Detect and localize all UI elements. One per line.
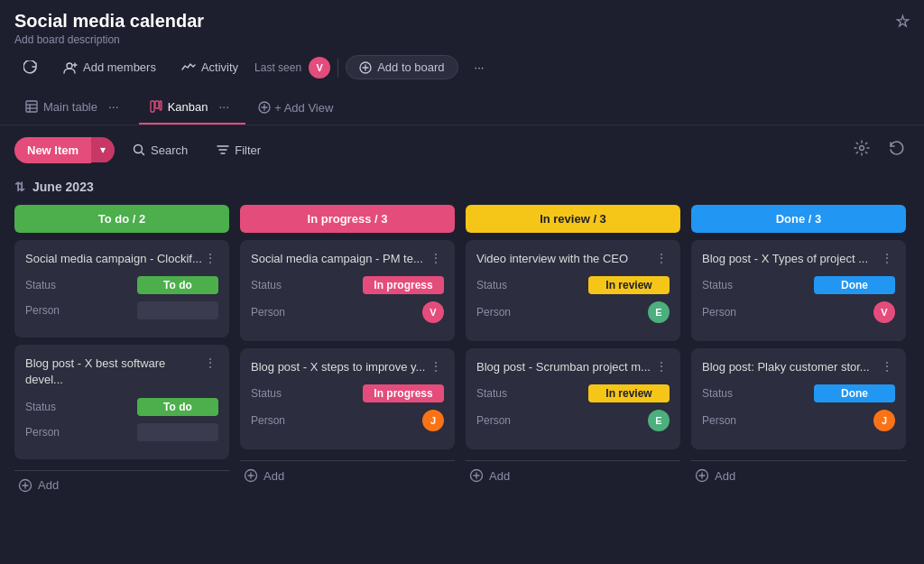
person-avatar: J bbox=[422, 410, 444, 431]
card-title: Blog post: Plaky customer stor... bbox=[702, 359, 879, 375]
status-label: Status bbox=[25, 401, 56, 413]
person-label: Person bbox=[25, 304, 60, 317]
card-title-row: Social media campaign - Clockif... ⋮ bbox=[25, 251, 218, 267]
search-icon bbox=[133, 143, 145, 156]
status-label: Status bbox=[251, 387, 282, 400]
page-title: Social media calendar bbox=[14, 11, 204, 32]
status-badge: Done bbox=[814, 276, 895, 294]
add-button-inprogress[interactable]: Add bbox=[240, 460, 455, 490]
add-view-icon bbox=[258, 101, 271, 114]
status-badge: In progress bbox=[363, 276, 444, 294]
card-person-field: Person bbox=[25, 301, 218, 319]
add-label: Add bbox=[38, 478, 59, 492]
status-label: Status bbox=[702, 279, 733, 291]
card-status-field: Status In progress bbox=[251, 276, 444, 294]
board-description[interactable]: Add board description bbox=[14, 33, 910, 46]
more-options-button[interactable]: ··· bbox=[466, 56, 494, 79]
status-badge: In review bbox=[588, 276, 670, 294]
add-members-button[interactable]: Add members bbox=[54, 56, 165, 79]
svg-point-11 bbox=[860, 146, 864, 151]
search-button[interactable]: Search bbox=[122, 138, 199, 162]
card-menu-button[interactable]: ⋮ bbox=[428, 251, 444, 265]
column-inreview: In review / 3 Video interview with the C… bbox=[466, 205, 680, 564]
card-menu-button[interactable]: ⋮ bbox=[879, 251, 895, 265]
filter-label: Filter bbox=[235, 143, 261, 157]
filter-icon bbox=[217, 143, 229, 156]
card-menu-button[interactable]: ⋮ bbox=[202, 251, 218, 265]
status-label: Status bbox=[25, 279, 56, 291]
settings-button[interactable] bbox=[848, 134, 875, 165]
star-icon[interactable]: ☆ bbox=[895, 12, 910, 32]
person-label: Person bbox=[25, 426, 60, 439]
svg-rect-8 bbox=[160, 101, 162, 110]
activity-icon bbox=[181, 60, 196, 75]
main-table-more-button[interactable]: ··· bbox=[103, 96, 125, 117]
kanban-card: Blog post - X Types of project ... ⋮ Sta… bbox=[691, 240, 906, 341]
add-button-inreview[interactable]: Add bbox=[466, 460, 680, 490]
card-title: Blog post - X steps to improve y... bbox=[251, 359, 428, 375]
tab-kanban[interactable]: Kanban ··· bbox=[139, 90, 246, 125]
kanban-card: Blog post - Scrumban project m... ⋮ Stat… bbox=[466, 348, 680, 449]
new-item-main-button[interactable]: New Item bbox=[14, 137, 91, 163]
more-dots-icon: ··· bbox=[475, 60, 485, 74]
kanban-card: Video interview with the CEO ⋮ Status In… bbox=[466, 240, 680, 341]
card-status-field: Status In progress bbox=[251, 384, 444, 402]
card-menu-button[interactable]: ⋮ bbox=[879, 359, 895, 374]
column-done: Done / 3 Blog post - X Types of project … bbox=[691, 205, 906, 564]
person-avatar: V bbox=[422, 301, 444, 323]
new-item-dropdown-button[interactable]: ▾ bbox=[91, 137, 115, 162]
add-button-todo[interactable]: Add bbox=[14, 470, 229, 500]
new-item-button[interactable]: New Item ▾ bbox=[14, 137, 115, 163]
status-badge: In progress bbox=[363, 384, 444, 402]
add-circle-icon bbox=[244, 468, 258, 483]
kanban-more-button[interactable]: ··· bbox=[213, 96, 235, 117]
add-button-done[interactable]: Add bbox=[691, 460, 906, 490]
card-status-field: Status Done bbox=[702, 384, 895, 402]
card-person-field: Person bbox=[25, 423, 218, 441]
activity-label: Activity bbox=[201, 60, 238, 74]
card-person-field: Person J bbox=[702, 410, 895, 431]
card-title-row: Blog post - X best software devel... ⋮ bbox=[25, 356, 218, 388]
kanban-card: Social media campaign - PM te... ⋮ Statu… bbox=[240, 240, 455, 341]
add-members-label: Add members bbox=[83, 60, 156, 74]
add-view-button[interactable]: + Add View bbox=[249, 96, 342, 120]
header-actions: Add members Activity Last seen V Add to … bbox=[14, 55, 910, 79]
toolbar-right bbox=[848, 134, 910, 165]
card-title: Blog post - X best software devel... bbox=[25, 356, 202, 388]
status-badge: To do bbox=[137, 276, 218, 294]
add-circle-icon bbox=[695, 468, 709, 483]
person-empty bbox=[137, 301, 218, 319]
svg-rect-2 bbox=[26, 101, 37, 112]
kanban-card: Blog post - X steps to improve y... ⋮ St… bbox=[240, 348, 455, 449]
sync-button[interactable] bbox=[14, 56, 47, 79]
add-to-board-label: Add to board bbox=[377, 60, 444, 74]
add-members-icon bbox=[63, 60, 78, 75]
svg-rect-7 bbox=[155, 101, 159, 108]
person-avatar: E bbox=[648, 410, 670, 431]
card-title-row: Blog post - X steps to improve y... ⋮ bbox=[251, 359, 444, 375]
person-label: Person bbox=[251, 414, 285, 427]
tab-main-table[interactable]: Main table ··· bbox=[14, 90, 135, 125]
undo-button[interactable] bbox=[882, 134, 910, 165]
filter-button[interactable]: Filter bbox=[206, 138, 272, 162]
header: Social media calendar ☆ Add board descri… bbox=[0, 0, 924, 83]
card-menu-button[interactable]: ⋮ bbox=[653, 359, 670, 374]
undo-icon bbox=[888, 140, 904, 156]
search-label: Search bbox=[151, 143, 188, 157]
card-menu-button[interactable]: ⋮ bbox=[428, 359, 444, 374]
month-nav-icon[interactable]: ⇅ bbox=[14, 180, 25, 194]
sync-icon bbox=[23, 60, 38, 75]
add-to-board-icon bbox=[359, 61, 372, 74]
card-menu-button[interactable]: ⋮ bbox=[202, 356, 218, 370]
kanban-card: Social media campaign - Clockif... ⋮ Sta… bbox=[14, 240, 229, 337]
activity-button[interactable]: Activity bbox=[172, 56, 247, 79]
last-seen-label: Last seen bbox=[254, 61, 301, 74]
card-status-field: Status In review bbox=[476, 276, 670, 294]
card-menu-button[interactable]: ⋮ bbox=[653, 251, 670, 265]
card-title: Blog post - X Types of project ... bbox=[702, 251, 879, 267]
add-to-board-button[interactable]: Add to board bbox=[346, 55, 457, 79]
add-circle-icon bbox=[18, 478, 32, 493]
status-badge: In review bbox=[588, 384, 670, 402]
month-label: June 2023 bbox=[32, 180, 94, 194]
tab-kanban-label: Kanban bbox=[168, 100, 208, 114]
